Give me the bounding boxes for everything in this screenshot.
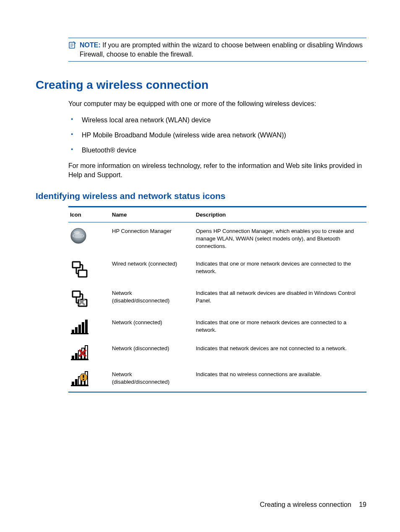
cell-desc: Indicates that one or more network devic…: [194, 314, 366, 340]
svg-rect-33: [71, 359, 88, 360]
svg-rect-14: [73, 291, 80, 297]
note-text: NOTE: If you are prompted within the wiz…: [80, 41, 366, 59]
table-row: Network (disabled/disconnected) Indicate…: [68, 366, 366, 392]
svg-rect-37: [75, 379, 78, 385]
cell-name: Network (disconnected): [110, 340, 194, 366]
note-callout: NOTE: If you are prompted within the wiz…: [68, 38, 366, 62]
svg-rect-23: [75, 327, 78, 333]
th-desc: Description: [194, 207, 366, 222]
svg-rect-43: [83, 375, 84, 378]
table-row: Wired network (connected) Indicates that…: [68, 255, 366, 284]
svg-rect-41: [71, 385, 88, 386]
svg-rect-32: [85, 346, 88, 359]
page-number: 19: [359, 501, 366, 508]
svg-rect-27: [71, 333, 88, 334]
svg-rect-8: [73, 262, 80, 268]
svg-point-7: [74, 231, 80, 234]
note-icon: [68, 41, 76, 51]
table-row: Network (disabled/disconnected) Indicate…: [68, 284, 366, 314]
svg-rect-36: [72, 382, 74, 385]
cell-desc: Indicates that all network devices are d…: [194, 284, 366, 314]
hp-connection-manager-icon: [68, 222, 110, 255]
th-icon: Icon: [68, 207, 110, 222]
note-body: If you are prompted within the wizard to…: [80, 41, 363, 58]
wired-network-connected-icon: [68, 255, 110, 284]
footer-title: Creating a wireless connection: [260, 501, 351, 508]
table-row: HP Connection Manager Opens HP Connectio…: [68, 222, 366, 255]
cell-name: Network (disabled/disconnected): [110, 284, 194, 314]
svg-rect-44: [83, 379, 84, 380]
svg-rect-26: [85, 320, 88, 333]
list-item: Wireless local area network (WLAN) devic…: [68, 116, 366, 125]
cell-name: Wired network (connected): [110, 255, 194, 284]
cell-desc: Opens HP Connection Manager, which enabl…: [194, 222, 366, 255]
svg-rect-25: [82, 322, 84, 333]
table-row: Network (disconnected) Indicates that ne…: [68, 340, 366, 366]
svg-rect-9: [78, 270, 87, 277]
intro-paragraph: Your computer may be equipped with one o…: [68, 99, 366, 108]
svg-rect-22: [72, 330, 74, 333]
network-disabled-wireless-icon: [68, 366, 110, 392]
cell-desc: Indicates that network devices are not c…: [194, 340, 366, 366]
svg-rect-28: [72, 356, 74, 359]
cell-name: Network (disabled/disconnected): [110, 366, 194, 392]
network-connected-icon: [68, 314, 110, 340]
note-label: NOTE:: [80, 41, 101, 49]
page-footer: Creating a wireless connection 19: [260, 501, 366, 509]
th-name: Name: [110, 207, 194, 222]
heading-identifying-icons: Identifying wireless and network status …: [36, 191, 366, 201]
icons-table: Icon Name Description: [68, 206, 366, 393]
network-disabled-disconnected-icon: [68, 284, 110, 314]
svg-rect-24: [78, 325, 81, 333]
more-info-paragraph: For more information on wireless technol…: [68, 161, 366, 180]
network-disconnected-icon: [68, 340, 110, 366]
list-item: HP Mobile Broadband Module (wireless wid…: [68, 131, 366, 140]
table-row: Network (connected) Indicates that one o…: [68, 314, 366, 340]
list-item: Bluetooth® device: [68, 146, 366, 155]
device-list: Wireless local area network (WLAN) devic…: [68, 116, 366, 155]
cell-name: Network (connected): [110, 314, 194, 340]
cell-desc: Indicates that no wireless connections a…: [194, 366, 366, 392]
svg-rect-29: [75, 353, 78, 359]
heading-creating-wireless-connection: Creating a wireless connection: [36, 78, 366, 92]
cell-desc: Indicates that one or more network devic…: [194, 255, 366, 284]
cell-name: HP Connection Manager: [110, 222, 194, 255]
